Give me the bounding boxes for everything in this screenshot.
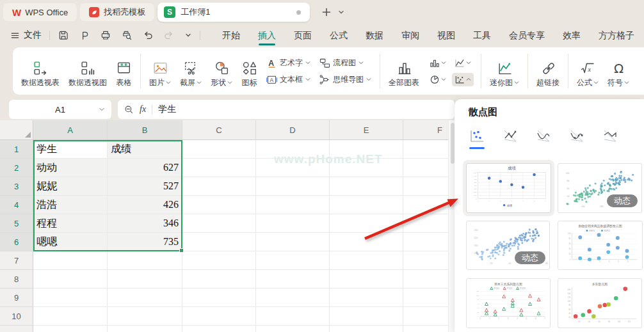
- preview-colorful-scatter[interactable]: 多彩散点图1601401201008060402020406080100120: [558, 278, 642, 328]
- textbox-button[interactable]: A 文本框: [266, 74, 310, 85]
- ribbon-tab-9[interactable]: 会员专享: [500, 24, 554, 46]
- cell-A2[interactable]: 动动: [33, 159, 108, 177]
- row-header-9[interactable]: 9: [0, 289, 33, 307]
- name-box[interactable]: A1: [9, 100, 111, 119]
- pivot-table-button[interactable]: 数据透视表: [17, 51, 64, 91]
- preview-basic-scatter[interactable]: 成绩01002003004005006007008000123456成绩: [466, 163, 551, 213]
- cell-E9[interactable]: [330, 289, 403, 307]
- col-header-E[interactable]: E: [330, 120, 403, 140]
- cell-D4[interactable]: [256, 196, 330, 214]
- ribbon-tab-7[interactable]: 视图: [428, 24, 464, 46]
- cell-C6[interactable]: [182, 233, 256, 251]
- cell-B5[interactable]: 346: [108, 214, 182, 233]
- cell-D6[interactable]: [256, 233, 330, 251]
- print-preview-button[interactable]: [121, 29, 133, 41]
- subtype-scatter-lines-markers-button[interactable]: [502, 129, 519, 144]
- cell-B8[interactable]: [108, 270, 182, 289]
- cell-B11[interactable]: [108, 326, 182, 332]
- shapes-button[interactable]: 形状: [206, 51, 237, 91]
- ribbon-tab-5[interactable]: 数据: [357, 24, 392, 46]
- cell-F11[interactable]: [403, 326, 448, 332]
- cell-D9[interactable]: [256, 289, 330, 307]
- cell-C7[interactable]: [182, 251, 256, 270]
- cell-E8[interactable]: [330, 270, 403, 289]
- cell-B9[interactable]: [108, 289, 182, 307]
- cell-F2[interactable]: [403, 159, 448, 177]
- cell-B2[interactable]: 627: [108, 159, 182, 177]
- pie-chart-button[interactable]: [427, 73, 449, 86]
- wps-office-tab[interactable]: W WPS Office: [3, 3, 77, 21]
- ribbon-tab-4[interactable]: 公式: [321, 24, 357, 46]
- cell-F10[interactable]: [403, 307, 448, 326]
- cell-D7[interactable]: [256, 251, 330, 270]
- document-tab[interactable]: S 工作簿1: [157, 3, 310, 22]
- table-button[interactable]: 表格: [111, 51, 136, 91]
- print-button[interactable]: [100, 29, 111, 41]
- cell-B3[interactable]: 527: [108, 177, 182, 196]
- more-commands-chevron[interactable]: [184, 31, 192, 39]
- cell-A9[interactable]: [33, 289, 108, 307]
- cell-C5[interactable]: [182, 214, 256, 233]
- preview-tri-color-scatter[interactable]: 简单三色系列散点图产品1产品2产品31201008060402000123456…: [466, 278, 551, 328]
- symbol-button[interactable]: Ω 符号: [603, 51, 634, 91]
- subtype-scatter-smooth-markers-button[interactable]: [568, 129, 585, 144]
- undo-button[interactable]: [142, 29, 154, 41]
- cell-B4[interactable]: 426: [108, 196, 182, 214]
- export-pdf-button[interactable]: [79, 29, 90, 41]
- sparkline-button[interactable]: 迷你图: [485, 51, 524, 91]
- cell-C11[interactable]: [182, 326, 256, 332]
- cell-E11[interactable]: [330, 326, 403, 332]
- cell-F5[interactable]: [403, 214, 448, 233]
- redo-button[interactable]: [163, 29, 175, 41]
- cell-C9[interactable]: [182, 289, 256, 307]
- cell-E1[interactable]: [330, 140, 403, 159]
- cell-F1[interactable]: [403, 140, 448, 159]
- cell-D8[interactable]: [256, 270, 330, 289]
- screenshot-button[interactable]: 截屏: [175, 51, 206, 91]
- cell-A5[interactable]: 程程: [33, 214, 108, 233]
- cell-A3[interactable]: 妮妮: [33, 177, 108, 196]
- ribbon-tab-8[interactable]: 工具: [464, 24, 500, 46]
- subtype-scatter-button[interactable]: [469, 129, 485, 144]
- subtype-scatter-smooth-button[interactable]: [535, 129, 552, 144]
- cell-C8[interactable]: [182, 270, 256, 289]
- row-header-2[interactable]: 2: [0, 159, 33, 177]
- preview-two-series-scatter[interactable]: 购物促销类商品数据调整散点图系列1系列2100806040200123456: [558, 221, 643, 270]
- cell-A11[interactable]: [33, 326, 108, 332]
- col-header-F[interactable]: F: [403, 120, 448, 140]
- cell-E4[interactable]: [330, 196, 403, 214]
- tab-list-chevron-button[interactable]: [337, 8, 345, 16]
- ribbon-tab-6[interactable]: 审阅: [392, 24, 428, 46]
- row-header-8[interactable]: 8: [0, 270, 33, 289]
- cell-B10[interactable]: [108, 307, 182, 326]
- mindmap-button[interactable]: 思维导图: [319, 74, 371, 85]
- subtype-scatter-lines-button[interactable]: [602, 129, 618, 144]
- cell-C2[interactable]: [182, 159, 256, 177]
- save-button[interactable]: [58, 29, 69, 41]
- new-tab-button[interactable]: [321, 6, 332, 18]
- picture-button[interactable]: 图片: [145, 51, 175, 91]
- cell-F3[interactable]: [403, 177, 448, 196]
- ribbon-tab-11[interactable]: 方方格子: [590, 24, 643, 46]
- cell-A6[interactable]: 嗯嗯: [33, 233, 108, 251]
- cell-A4[interactable]: 浩浩: [33, 196, 108, 214]
- cell-F9[interactable]: [403, 289, 448, 307]
- cell-A8[interactable]: [33, 270, 108, 289]
- line-chart-button[interactable]: [452, 56, 474, 70]
- preview-dynamic-scatter-2[interactable]: 24020016012020406080 动态: [466, 221, 550, 270]
- all-charts-button[interactable]: 全部图表: [384, 51, 424, 91]
- icons-button[interactable]: 图标: [237, 51, 262, 91]
- cell-D2[interactable]: [256, 159, 330, 177]
- cell-F4[interactable]: [403, 196, 448, 214]
- cell-E5[interactable]: [330, 214, 403, 233]
- fx-icon[interactable]: fx: [140, 104, 146, 115]
- cell-F6[interactable]: [403, 233, 448, 251]
- cell-D11[interactable]: [256, 326, 330, 332]
- cell-F7[interactable]: [403, 251, 448, 270]
- ribbon-tab-10[interactable]: 效率: [554, 24, 590, 46]
- cell-B7[interactable]: [108, 251, 182, 270]
- cell-C4[interactable]: [182, 196, 256, 214]
- cell-D10[interactable]: [256, 307, 330, 326]
- formula-input[interactable]: fx 学生: [118, 100, 455, 119]
- cell-D3[interactable]: [256, 177, 330, 196]
